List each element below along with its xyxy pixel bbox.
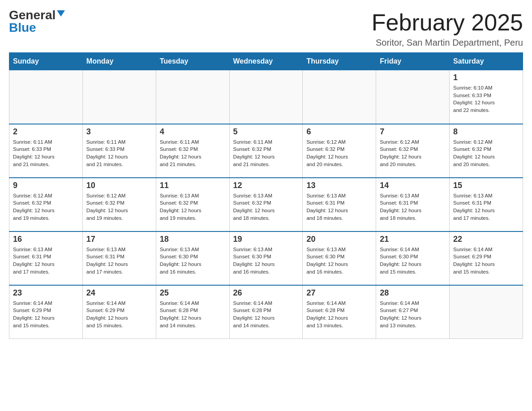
calendar-week-row: 23Sunrise: 6:14 AMSunset: 6:29 PMDayligh… — [9, 285, 523, 339]
day-number: 12 — [233, 181, 299, 190]
calendar-cell: 1Sunrise: 6:10 AMSunset: 6:33 PMDaylight… — [450, 70, 523, 124]
calendar-cell — [303, 70, 376, 124]
calendar-cell: 27Sunrise: 6:14 AMSunset: 6:28 PMDayligh… — [303, 285, 376, 339]
calendar-week-row: 9Sunrise: 6:12 AMSunset: 6:32 PMDaylight… — [9, 178, 523, 231]
calendar-header-row: SundayMondayTuesdayWednesdayThursdayFrid… — [9, 53, 523, 70]
day-number: 25 — [160, 288, 226, 298]
calendar-header-thursday: Thursday — [303, 53, 376, 70]
calendar-cell — [82, 70, 156, 124]
calendar-cell: 11Sunrise: 6:13 AMSunset: 6:32 PMDayligh… — [156, 178, 229, 231]
day-info: Sunrise: 6:14 AMSunset: 6:29 PMDaylight:… — [453, 246, 519, 276]
day-number: 19 — [233, 235, 299, 244]
calendar-cell: 26Sunrise: 6:14 AMSunset: 6:28 PMDayligh… — [229, 285, 303, 339]
day-info: Sunrise: 6:11 AMSunset: 6:33 PMDaylight:… — [86, 138, 152, 168]
calendar-cell: 5Sunrise: 6:11 AMSunset: 6:32 PMDaylight… — [229, 124, 303, 178]
calendar-week-row: 2Sunrise: 6:11 AMSunset: 6:33 PMDaylight… — [9, 124, 523, 178]
day-info: Sunrise: 6:12 AMSunset: 6:32 PMDaylight:… — [13, 192, 79, 222]
day-info: Sunrise: 6:13 AMSunset: 6:31 PMDaylight:… — [453, 192, 519, 222]
calendar-cell — [9, 70, 83, 124]
calendar-header-monday: Monday — [82, 53, 156, 70]
calendar-cell: 20Sunrise: 6:13 AMSunset: 6:30 PMDayligh… — [303, 231, 376, 285]
day-info: Sunrise: 6:12 AMSunset: 6:32 PMDaylight:… — [453, 138, 519, 168]
day-number: 9 — [13, 181, 79, 190]
title-section: February 2025 Soritor, San Martin Depart… — [372, 9, 523, 48]
logo: General Blue — [9, 9, 65, 34]
day-number: 2 — [13, 127, 79, 137]
calendar-cell: 17Sunrise: 6:13 AMSunset: 6:31 PMDayligh… — [82, 231, 156, 285]
day-number: 16 — [13, 235, 79, 244]
calendar-cell: 6Sunrise: 6:12 AMSunset: 6:32 PMDaylight… — [303, 124, 376, 178]
day-info: Sunrise: 6:14 AMSunset: 6:28 PMDaylight:… — [233, 300, 299, 330]
calendar-cell: 3Sunrise: 6:11 AMSunset: 6:33 PMDaylight… — [82, 124, 156, 178]
logo-general-text: General — [9, 9, 56, 21]
calendar-cell: 13Sunrise: 6:13 AMSunset: 6:31 PMDayligh… — [303, 178, 376, 231]
calendar-cell: 14Sunrise: 6:13 AMSunset: 6:31 PMDayligh… — [376, 178, 450, 231]
day-info: Sunrise: 6:12 AMSunset: 6:32 PMDaylight:… — [380, 138, 446, 168]
calendar-cell: 18Sunrise: 6:13 AMSunset: 6:30 PMDayligh… — [156, 231, 229, 285]
calendar-header-wednesday: Wednesday — [229, 53, 303, 70]
day-info: Sunrise: 6:13 AMSunset: 6:31 PMDaylight:… — [13, 246, 79, 276]
location-title: Soritor, San Martin Department, Peru — [372, 38, 523, 48]
calendar-cell — [450, 285, 523, 339]
day-number: 8 — [453, 127, 519, 137]
day-number: 4 — [160, 127, 226, 137]
day-number: 21 — [380, 235, 446, 244]
day-info: Sunrise: 6:14 AMSunset: 6:28 PMDaylight:… — [160, 300, 226, 330]
day-number: 17 — [86, 235, 152, 244]
calendar-header-saturday: Saturday — [450, 53, 523, 70]
day-number: 24 — [86, 288, 152, 298]
calendar-cell: 9Sunrise: 6:12 AMSunset: 6:32 PMDaylight… — [9, 178, 83, 231]
day-info: Sunrise: 6:13 AMSunset: 6:31 PMDaylight:… — [306, 192, 372, 222]
day-number: 18 — [160, 235, 226, 244]
day-number: 28 — [380, 288, 446, 298]
day-info: Sunrise: 6:12 AMSunset: 6:32 PMDaylight:… — [306, 138, 372, 168]
calendar-cell: 21Sunrise: 6:14 AMSunset: 6:30 PMDayligh… — [376, 231, 450, 285]
calendar-cell: 15Sunrise: 6:13 AMSunset: 6:31 PMDayligh… — [450, 178, 523, 231]
day-info: Sunrise: 6:14 AMSunset: 6:30 PMDaylight:… — [380, 246, 446, 276]
calendar-cell: 25Sunrise: 6:14 AMSunset: 6:28 PMDayligh… — [156, 285, 229, 339]
logo-triangle-icon — [57, 10, 65, 18]
calendar-cell: 12Sunrise: 6:13 AMSunset: 6:32 PMDayligh… — [229, 178, 303, 231]
calendar-cell: 16Sunrise: 6:13 AMSunset: 6:31 PMDayligh… — [9, 231, 83, 285]
day-info: Sunrise: 6:13 AMSunset: 6:30 PMDaylight:… — [233, 246, 299, 276]
day-info: Sunrise: 6:13 AMSunset: 6:32 PMDaylight:… — [233, 192, 299, 222]
day-info: Sunrise: 6:14 AMSunset: 6:29 PMDaylight:… — [13, 300, 79, 330]
calendar-cell: 23Sunrise: 6:14 AMSunset: 6:29 PMDayligh… — [9, 285, 83, 339]
day-number: 20 — [306, 235, 372, 244]
calendar-cell: 7Sunrise: 6:12 AMSunset: 6:32 PMDaylight… — [376, 124, 450, 178]
month-title: February 2025 — [372, 9, 523, 36]
day-number: 11 — [160, 181, 226, 190]
day-number: 10 — [86, 181, 152, 190]
day-info: Sunrise: 6:14 AMSunset: 6:27 PMDaylight:… — [380, 300, 446, 330]
day-info: Sunrise: 6:11 AMSunset: 6:32 PMDaylight:… — [160, 138, 226, 168]
calendar-cell: 8Sunrise: 6:12 AMSunset: 6:32 PMDaylight… — [450, 124, 523, 178]
day-info: Sunrise: 6:14 AMSunset: 6:29 PMDaylight:… — [86, 300, 152, 330]
calendar-cell: 19Sunrise: 6:13 AMSunset: 6:30 PMDayligh… — [229, 231, 303, 285]
day-info: Sunrise: 6:13 AMSunset: 6:30 PMDaylight:… — [160, 246, 226, 276]
calendar-cell — [229, 70, 303, 124]
calendar-cell: 28Sunrise: 6:14 AMSunset: 6:27 PMDayligh… — [376, 285, 450, 339]
calendar-cell: 2Sunrise: 6:11 AMSunset: 6:33 PMDaylight… — [9, 124, 83, 178]
day-number: 3 — [86, 127, 152, 137]
day-number: 13 — [306, 181, 372, 190]
day-info: Sunrise: 6:13 AMSunset: 6:31 PMDaylight:… — [86, 246, 152, 276]
day-number: 6 — [306, 127, 372, 137]
day-info: Sunrise: 6:13 AMSunset: 6:30 PMDaylight:… — [306, 246, 372, 276]
day-number: 14 — [380, 181, 446, 190]
calendar-cell: 24Sunrise: 6:14 AMSunset: 6:29 PMDayligh… — [82, 285, 156, 339]
day-number: 23 — [13, 288, 79, 298]
day-info: Sunrise: 6:13 AMSunset: 6:31 PMDaylight:… — [380, 192, 446, 222]
day-info: Sunrise: 6:11 AMSunset: 6:33 PMDaylight:… — [13, 138, 79, 168]
day-number: 15 — [453, 181, 519, 190]
calendar-cell: 10Sunrise: 6:12 AMSunset: 6:32 PMDayligh… — [82, 178, 156, 231]
calendar-header-sunday: Sunday — [9, 53, 83, 70]
day-info: Sunrise: 6:10 AMSunset: 6:33 PMDaylight:… — [453, 84, 519, 114]
svg-marker-0 — [57, 10, 65, 17]
page-header: General Blue February 2025 Soritor, San … — [9, 9, 523, 48]
calendar-cell: 4Sunrise: 6:11 AMSunset: 6:32 PMDaylight… — [156, 124, 229, 178]
day-number: 26 — [233, 288, 299, 298]
calendar-header-tuesday: Tuesday — [156, 53, 229, 70]
day-info: Sunrise: 6:14 AMSunset: 6:28 PMDaylight:… — [306, 300, 372, 330]
calendar-cell — [156, 70, 229, 124]
day-info: Sunrise: 6:12 AMSunset: 6:32 PMDaylight:… — [86, 192, 152, 222]
